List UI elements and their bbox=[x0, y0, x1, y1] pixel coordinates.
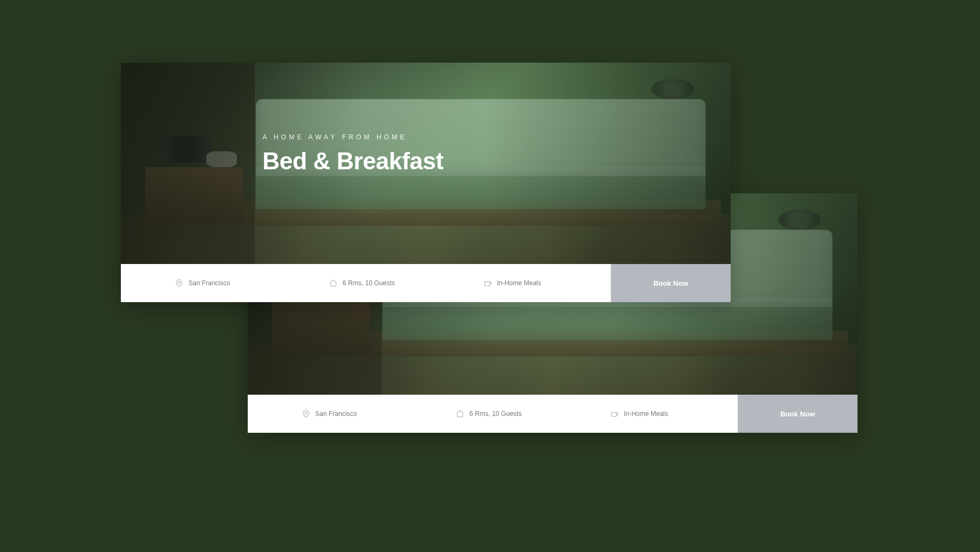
info-meals-text: In-Home Meals bbox=[497, 279, 541, 287]
location-pin-icon bbox=[175, 279, 183, 287]
hero-tagline: A HOME AWAY FROM HOME bbox=[262, 133, 443, 141]
info-capacity-text: 6 Rms, 10 Guests bbox=[342, 279, 395, 287]
book-now-button[interactable]: Book Now bbox=[611, 264, 731, 302]
book-now-button[interactable]: Book Now bbox=[738, 395, 857, 433]
location-pin-icon bbox=[302, 410, 310, 418]
svg-point-0 bbox=[305, 412, 307, 414]
info-capacity: 6 Rms, 10 Guests bbox=[429, 395, 583, 433]
home-icon bbox=[329, 279, 337, 287]
info-meals: In-Home Meals bbox=[584, 395, 738, 433]
hero-title: Bed & Breakfast bbox=[262, 148, 443, 175]
hero-card-front: A HOME AWAY FROM HOME Bed & Breakfast Sa… bbox=[121, 63, 731, 302]
hero-image: A HOME AWAY FROM HOME Bed & Breakfast bbox=[121, 63, 731, 264]
hero-text-block: A HOME AWAY FROM HOME Bed & Breakfast bbox=[262, 133, 443, 175]
info-meals-text: In-Home Meals bbox=[624, 410, 668, 418]
info-meals: In-Home Meals bbox=[457, 264, 611, 302]
home-icon bbox=[456, 410, 464, 418]
book-now-label: Book Now bbox=[653, 279, 688, 287]
info-capacity: 6 Rms, 10 Guests bbox=[302, 264, 456, 302]
book-now-label: Book Now bbox=[780, 410, 815, 418]
info-bar: San Francisco 6 Rms, 10 Guests In-Home M… bbox=[121, 264, 731, 302]
info-capacity-text: 6 Rms, 10 Guests bbox=[469, 410, 522, 418]
info-location-text: San Francisco bbox=[188, 279, 230, 287]
info-location-text: San Francisco bbox=[315, 410, 357, 418]
meal-icon bbox=[484, 279, 492, 287]
info-bar: San Francisco 6 Rms, 10 Guests In-Home M… bbox=[248, 395, 857, 433]
info-location: San Francisco bbox=[248, 395, 429, 433]
meal-icon bbox=[611, 410, 618, 418]
info-location: San Francisco bbox=[121, 264, 302, 302]
svg-point-1 bbox=[178, 281, 180, 284]
